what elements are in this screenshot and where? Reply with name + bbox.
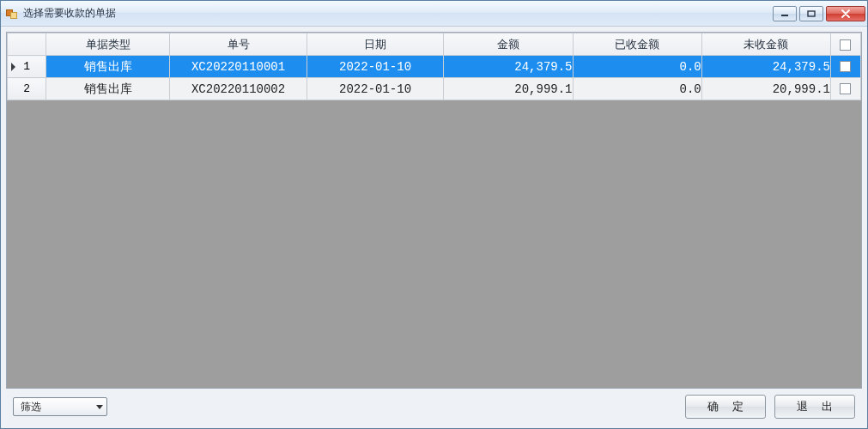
cell-date[interactable]: 2022-01-10 bbox=[307, 78, 443, 100]
col-check-all[interactable] bbox=[830, 33, 860, 56]
cell-amount[interactable]: 20,999.1 bbox=[444, 78, 573, 100]
cell-no[interactable]: XC20220110001 bbox=[170, 56, 307, 78]
current-row-triangle-icon bbox=[11, 63, 15, 71]
minimize-button[interactable] bbox=[773, 6, 797, 21]
col-unreceived[interactable]: 未收金额 bbox=[701, 33, 830, 56]
cell-check[interactable] bbox=[830, 78, 860, 100]
row-header-corner[interactable] bbox=[8, 33, 46, 56]
svg-rect-0 bbox=[781, 15, 788, 16]
cell-no[interactable]: XC20220110002 bbox=[170, 78, 307, 100]
titlebar[interactable]: 选择需要收款的单据 bbox=[1, 1, 867, 27]
cell-date[interactable]: 2022-01-10 bbox=[307, 56, 443, 78]
maximize-button[interactable] bbox=[799, 6, 823, 21]
row-checkbox[interactable] bbox=[840, 61, 851, 72]
exit-button[interactable]: 退 出 bbox=[774, 395, 855, 419]
ok-label: 确 定 bbox=[707, 399, 749, 414]
col-date[interactable]: 日期 bbox=[307, 33, 443, 56]
check-all-checkbox[interactable] bbox=[840, 39, 851, 51]
cell-type[interactable]: 销售出库 bbox=[46, 56, 170, 78]
cell-amount[interactable]: 24,379.5 bbox=[444, 56, 573, 78]
filter-label: 筛选 bbox=[21, 400, 41, 414]
filter-combobox[interactable]: 筛选 bbox=[13, 397, 107, 416]
table-row[interactable]: 2 销售出库 XC20220110002 2022-01-10 20,999.1… bbox=[8, 78, 861, 100]
col-amount[interactable]: 金额 bbox=[444, 33, 573, 56]
cell-unreceived[interactable]: 24,379.5 bbox=[701, 56, 830, 78]
data-grid[interactable]: 单据类型 单号 日期 金额 已收金额 未收金额 bbox=[6, 32, 862, 389]
row-indicator[interactable]: 2 bbox=[8, 78, 46, 100]
dialog-window: 选择需要收款的单据 bbox=[0, 0, 868, 429]
col-no[interactable]: 单号 bbox=[170, 33, 307, 56]
row-indicator[interactable]: 1 bbox=[8, 56, 46, 78]
cell-received[interactable]: 0.0 bbox=[573, 78, 701, 100]
svg-rect-1 bbox=[808, 11, 815, 16]
col-received[interactable]: 已收金额 bbox=[573, 33, 701, 56]
cell-type[interactable]: 销售出库 bbox=[46, 78, 170, 100]
table-row[interactable]: 1 销售出库 XC20220110001 2022-01-10 24,379.5… bbox=[8, 56, 861, 78]
row-index: 1 bbox=[23, 60, 30, 73]
exit-label: 退 出 bbox=[797, 399, 838, 414]
row-index: 2 bbox=[23, 82, 30, 95]
window-controls bbox=[773, 6, 865, 21]
cell-check[interactable] bbox=[830, 56, 860, 78]
cell-unreceived[interactable]: 20,999.1 bbox=[701, 78, 830, 100]
footer-bar: 筛选 确 定 退 出 bbox=[6, 389, 862, 423]
col-type[interactable]: 单据类型 bbox=[46, 33, 170, 56]
chevron-down-icon bbox=[96, 405, 103, 409]
ok-button[interactable]: 确 定 bbox=[685, 395, 766, 419]
grid-header-row: 单据类型 单号 日期 金额 已收金额 未收金额 bbox=[8, 33, 861, 56]
app-icon bbox=[6, 8, 18, 20]
close-button[interactable] bbox=[826, 6, 865, 21]
row-checkbox[interactable] bbox=[840, 83, 851, 94]
content-area: 单据类型 单号 日期 金额 已收金额 未收金额 bbox=[1, 27, 867, 428]
cell-received[interactable]: 0.0 bbox=[573, 56, 701, 78]
window-title: 选择需要收款的单据 bbox=[23, 6, 773, 21]
